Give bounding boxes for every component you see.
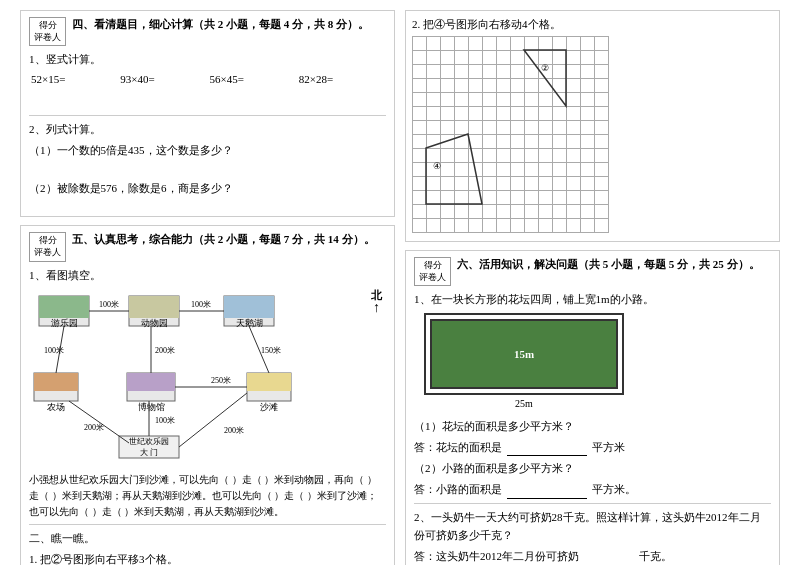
section4-q2: 2、列式计算。 （1）一个数的5倍是435，这个数是多少？ （2）被除数是576… [29,120,386,210]
svg-rect-13 [127,373,175,391]
section4-title: 四、看清题目，细心计算（共 2 小题，每题 4 分，共 8 分）。 [72,17,369,32]
ans1a-suffix: 平方米 [592,441,625,453]
q2a: （1）一个数的5倍是435，这个数是多少？ [29,141,386,160]
svg-text:200米: 200米 [155,346,175,355]
map-desc: 小强想从世纪欢乐园大门到沙滩，可以先向（ ）走（ ）米到动物园，再向（ ）走（ … [29,472,386,520]
q1-label: 1、竖式计算。 [29,50,386,69]
svg-rect-4 [129,296,179,318]
svg-text:250米: 250米 [211,376,231,385]
q2b: （2）被除数是576，除数是6，商是多少？ [29,179,386,198]
flower-diagram: 15m 25m [424,313,624,395]
svg-rect-7 [224,296,274,318]
section4-header: 得分 评卷人 四、看清题目，细心计算（共 2 小题，每题 4 分，共 8 分）。 [29,17,386,46]
svg-text:100米: 100米 [99,300,119,309]
svg-rect-19 [247,373,291,391]
ans1a-blank [507,455,587,456]
section6-q1: 1、在一块长方形的花坛四周，铺上宽1m的小路。 15m 25m （1）花坛的面积… [414,290,771,498]
svg-text:100米: 100米 [155,416,175,425]
section6: 得分 评卷人 六、活用知识，解决问题（共 5 小题，每题 5 分，共 25 分）… [405,250,780,565]
ans2: 答：这头奶牛2012年二月份可挤奶 千克。 [414,548,771,565]
calc-3: 56×45= [208,73,297,85]
svg-line-37 [179,393,247,447]
grid-task-label: 2. 把④号图形向右移动4个格。 [412,17,773,32]
svg-rect-10 [34,373,78,391]
section5-header: 得分 评卷人 五、认真思考，综合能力（共 2 小题，每题 7 分，共 14 分）… [29,232,386,261]
svg-text:大 门: 大 门 [140,448,158,457]
grid-container: ②④ [412,36,609,233]
section5: 得分 评卷人 五、认真思考，综合能力（共 2 小题，每题 7 分，共 14 分）… [20,225,395,565]
section6-q2: 2、一头奶牛一天大约可挤奶28千克。照这样计算，这头奶牛2012年二月份可挤奶多… [414,508,771,565]
reviewer-label-6: 评卷人 [419,272,446,284]
ans1a: 答：花坛的面积是 平方米 [414,439,771,457]
q1-label-s6: 1、在一块长方形的花坛四周，铺上宽1m的小路。 [414,290,771,309]
ans1b-blank [507,498,587,499]
svg-text:博物馆: 博物馆 [138,402,165,412]
score-label-5: 得分 [39,235,57,247]
section5-title: 五、认真思考，综合能力（共 2 小题，每题 7 分，共 14 分）。 [72,232,375,247]
section5-q2-label: 二、瞧一瞧。 [29,529,386,548]
score-label-4: 得分 [39,20,57,32]
calc-4: 82×28= [297,73,386,85]
reviewer-label-4: 评卷人 [34,32,61,44]
divider2 [29,524,386,525]
calc-2: 93×40= [118,73,207,85]
divider [29,115,386,116]
section4: 得分 评卷人 四、看清题目，细心计算（共 2 小题，每题 4 分，共 8 分）。… [20,10,395,217]
calc-row: 52×15= 93×40= 56×45= 82×28= [29,73,386,85]
page: 得分 评卷人 四、看清题目，细心计算（共 2 小题，每题 4 分，共 8 分）。… [0,0,800,565]
q1b-text: （2）小路的面积是多少平方米？ [414,459,771,478]
left-column: 得分 评卷人 四、看清题目，细心计算（共 2 小题，每题 4 分，共 8 分）。… [20,10,395,565]
q1-look-label: 1、看图填空。 [29,266,386,285]
svg-text:200米: 200米 [224,426,244,435]
ans1a-prefix: 答：花坛的面积是 [414,441,502,453]
q2-label-s6: 2、一头奶牛一天大约可挤奶28千克。照这样计算，这头奶牛2012年二月份可挤奶多… [414,508,771,545]
ans1b-suffix: 平方米。 [592,483,636,495]
ans1b-prefix: 答：小路的面积是 [414,483,502,495]
ans1b: 答：小路的面积是 平方米。 [414,481,771,499]
ans2-prefix: 答：这头奶牛2012年二月份可挤奶 [414,550,579,562]
main-content: 得分 评卷人 四、看清题目，细心计算（共 2 小题，每题 4 分，共 8 分）。… [20,10,780,565]
q2-label: 2、列式计算。 [29,120,386,139]
flower-outer [424,313,624,395]
section5-q1: 1、看图填空。 北 ↑ [29,266,386,566]
map-diagram: 北 ↑ 游乐园 [29,288,386,468]
section6-header: 得分 评卷人 六、活用知识，解决问题（共 5 小题，每题 5 分，共 25 分）… [414,257,771,286]
svg-text:150米: 150米 [261,346,281,355]
flower-length-label: 25m [515,398,533,409]
score-label-6: 得分 [424,260,442,272]
section4-q1: 1、竖式计算。 52×15= 93×40= 56×45= 82×28= [29,50,386,111]
svg-text:沙滩: 沙滩 [260,402,278,412]
score-box-5: 得分 评卷人 [29,232,66,261]
svg-text:世纪欢乐园: 世纪欢乐园 [129,437,169,446]
calc-1: 52×15= [29,73,118,85]
north-arrow-icon: ↑ [373,300,380,316]
svg-line-29 [69,401,129,443]
q1a-text: （1）花坛的面积是多少平方米？ [414,417,771,436]
svg-text:100米: 100米 [44,346,64,355]
svg-rect-1 [39,296,89,318]
score-box-6: 得分 评卷人 [414,257,451,286]
score-box-4: 得分 评卷人 [29,17,66,46]
svg-text:动物园: 动物园 [141,318,168,328]
svg-text:100米: 100米 [191,300,211,309]
svg-text:200米: 200米 [84,423,104,432]
divider-s6 [414,503,771,504]
grid-table [412,36,609,233]
right-column: 2. 把④号图形向右移动4个格。 ②④ 得分 评卷人 六、活用知识，解决问题（ [405,10,780,565]
map-svg: 游乐园 动物园 天鹅湖 农场 [29,288,309,463]
section5-q2a: 1. 把②号图形向右平移3个格。 [29,550,386,565]
grid-section: 2. 把④号图形向右移动4个格。 ②④ [405,10,780,242]
section6-title: 六、活用知识，解决问题（共 5 小题，每题 5 分，共 25 分）。 [457,257,760,272]
svg-text:农场: 农场 [47,402,65,412]
ans2-suffix: 千克。 [639,550,672,562]
reviewer-label-5: 评卷人 [34,247,61,259]
